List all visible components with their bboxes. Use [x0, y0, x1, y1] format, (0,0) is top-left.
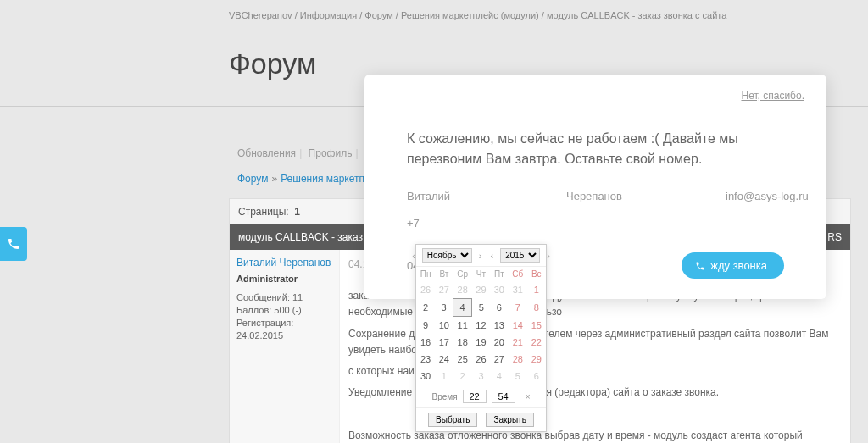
calendar-grid: ПнВтСрЧтПтСбВс 2627282930311 2345678 910…: [416, 267, 546, 385]
email-input[interactable]: [726, 185, 868, 208]
submit-button[interactable]: жду звонка: [682, 252, 784, 279]
minute-input[interactable]: [492, 390, 515, 403]
select-button[interactable]: Выбрать: [428, 413, 477, 427]
next-year[interactable]: ›: [545, 251, 552, 261]
clear-time[interactable]: ×: [526, 392, 531, 401]
author-name[interactable]: Виталий Черепанов: [236, 257, 332, 269]
next-month[interactable]: ›: [477, 251, 484, 261]
tab-profile[interactable]: Профиль: [309, 147, 353, 159]
phone-icon: [7, 237, 20, 251]
topic-title: модуль CALLBACK - заказ зво: [238, 231, 381, 243]
prev-year[interactable]: ‹: [489, 251, 496, 261]
month-select[interactable]: Ноябрь: [422, 248, 472, 263]
datepicker: ‹ Ноябрь › ‹ 2015 › ПнВтСрЧтПтСбВс 26272…: [415, 244, 547, 432]
phone-icon: [695, 261, 705, 271]
selected-day[interactable]: 4: [453, 299, 472, 317]
modal-message: К сожалению, мы сейчас не работаем :( Да…: [407, 129, 784, 169]
last-name-input[interactable]: [566, 185, 709, 208]
close-button[interactable]: Закрыть: [486, 413, 534, 427]
prev-month[interactable]: ‹: [410, 251, 417, 261]
rss-link[interactable]: RS: [827, 231, 842, 243]
breadcrumb: VBCherepanov / Информация / Форум / Реше…: [0, 0, 868, 30]
phone-input[interactable]: [407, 212, 784, 235]
author-panel: Виталий Черепанов Administrator Сообщени…: [230, 250, 340, 443]
callback-tab[interactable]: [0, 227, 27, 261]
year-select[interactable]: 2015: [500, 248, 540, 263]
first-name-input[interactable]: [407, 185, 549, 208]
dismiss-link[interactable]: Нет, спасибо.: [741, 90, 804, 102]
tab-updates[interactable]: Обновления: [237, 147, 296, 159]
hour-input[interactable]: [463, 390, 487, 403]
forum-link[interactable]: Форум: [237, 173, 268, 185]
